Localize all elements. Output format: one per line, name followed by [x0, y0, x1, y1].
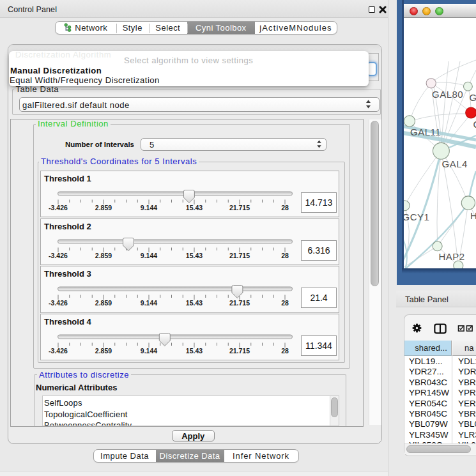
svg-text:H: H — [470, 210, 476, 221]
svg-text:9.144: 9.144 — [141, 204, 157, 211]
svg-text:21.715: 21.715 — [229, 251, 250, 259]
svg-text:28: 28 — [281, 204, 289, 211]
svg-text:-3.426: -3.426 — [49, 251, 68, 259]
svg-text:21.715: 21.715 — [229, 204, 250, 211]
svg-text:C: C — [473, 119, 476, 130]
svg-text:21.715: 21.715 — [229, 347, 250, 355]
svg-text:2.859: 2.859 — [95, 299, 112, 307]
svg-text:2.859: 2.859 — [95, 347, 112, 355]
svg-text:15.43: 15.43 — [186, 251, 203, 259]
svg-text:GCY1: GCY1 — [404, 211, 429, 222]
svg-text:28: 28 — [281, 251, 289, 259]
svg-text:-3.426: -3.426 — [49, 299, 68, 307]
svg-text:21.715: 21.715 — [229, 299, 250, 307]
svg-text:GA: GA — [470, 92, 476, 103]
svg-text:15.43: 15.43 — [186, 347, 203, 355]
svg-text:9.144: 9.144 — [141, 299, 157, 307]
svg-text:2.859: 2.859 — [95, 204, 112, 211]
svg-text:15.43: 15.43 — [186, 299, 203, 307]
svg-text:9.144: 9.144 — [141, 251, 157, 259]
svg-text:-3.426: -3.426 — [49, 347, 68, 355]
svg-text:9.144: 9.144 — [141, 347, 157, 355]
svg-text:28: 28 — [281, 347, 289, 355]
svg-text:GAL4: GAL4 — [442, 158, 468, 169]
svg-text:-3.426: -3.426 — [49, 204, 68, 211]
svg-text:15.43: 15.43 — [186, 204, 203, 211]
svg-text:2.859: 2.859 — [95, 251, 112, 259]
svg-text:HAP2: HAP2 — [439, 251, 465, 262]
svg-text:GAL11: GAL11 — [410, 127, 441, 137]
svg-text:28: 28 — [281, 299, 289, 307]
svg-text:GAL80: GAL80 — [432, 89, 463, 100]
